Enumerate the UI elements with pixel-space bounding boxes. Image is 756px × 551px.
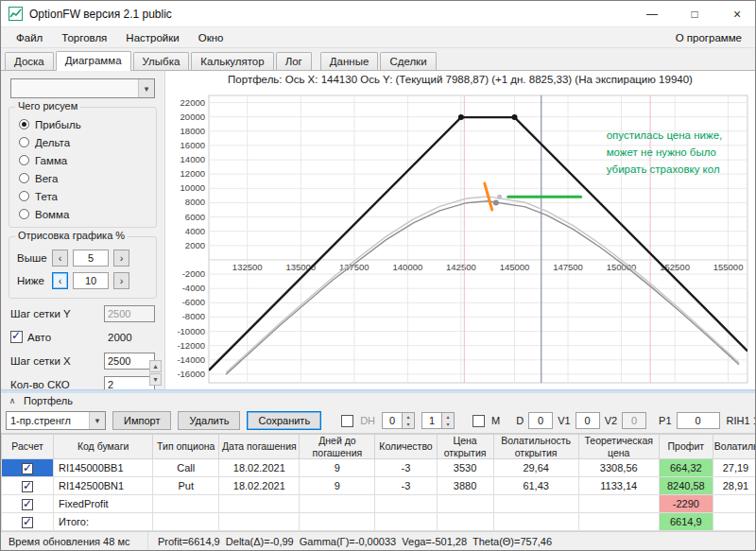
delete-button[interactable]: Удалить	[178, 411, 240, 430]
column-header[interactable]: Количество	[375, 435, 437, 459]
field-input[interactable]: 0	[528, 412, 553, 429]
table-row[interactable]: Итого:6614,9	[2, 513, 756, 531]
window-title: OptionFW версия 2.1 public	[29, 8, 172, 21]
table-cell: RI145000BB1	[54, 459, 153, 477]
radio-icon	[19, 155, 29, 165]
menu-item[interactable]: Настройки	[116, 29, 188, 46]
chart-svg[interactable]: 2200020000180001600014000120001000080006…	[165, 88, 755, 388]
row-checkbox[interactable]	[22, 499, 33, 510]
menu-item[interactable]: Файл	[7, 29, 52, 46]
menu-item[interactable]: Окно	[189, 29, 233, 46]
spinner-down-icon[interactable]: ▾	[403, 421, 414, 428]
menu-item[interactable]: Торговля	[52, 29, 116, 46]
dh-spinner-1[interactable]: 0 ▴▾	[382, 412, 415, 429]
sko-count-input[interactable]: 2	[104, 376, 155, 390]
main-area: ▾ Чего рисуем ПрибыльДельтаГаммаВегаТета…	[1, 71, 755, 389]
svg-text:-2000: -2000	[182, 268, 205, 279]
draw-group-title: Чего рисуем	[15, 100, 80, 112]
draw-type-dropdown[interactable]: ▾	[10, 78, 155, 98]
dh-spinner-1-arrows[interactable]: ▴▾	[403, 412, 415, 429]
import-button[interactable]: Импорт	[112, 411, 171, 430]
grid-step-y-label: Шаг сетки Y	[10, 308, 99, 319]
spinner-up-icon[interactable]: ▴	[403, 413, 414, 421]
chevron-down-icon: ▾	[89, 412, 105, 429]
column-header[interactable]: Профит	[659, 435, 713, 459]
portfolio-toolbar: 1-пр.стренгл ▾ Импорт Удалить Сохранить …	[1, 408, 755, 433]
maximize-button[interactable]: □	[677, 1, 713, 27]
tab[interactable]: Лог	[276, 52, 312, 70]
above-increment-button[interactable]: ›	[113, 250, 129, 267]
field-input[interactable]: 0	[576, 412, 600, 429]
draw-option[interactable]: Вега	[17, 169, 148, 187]
spinner-down-icon[interactable]: ▾	[442, 421, 454, 428]
auto-checkbox[interactable]	[10, 331, 23, 343]
tab[interactable]: Данные	[320, 52, 379, 70]
row-checkbox[interactable]	[22, 463, 33, 474]
draw-option-label: Прибыль	[35, 119, 81, 130]
below-decrement-button[interactable]: ‹	[52, 272, 68, 289]
field-label: V2	[605, 415, 617, 426]
dh-spinner-2-value[interactable]: 1	[421, 412, 442, 429]
dh-checkbox[interactable]	[341, 415, 353, 427]
below-value[interactable]: 10	[73, 272, 109, 289]
below-increment-button[interactable]: ›	[113, 272, 129, 289]
portfolio-table-wrap: РасчетКод бумагиТип опционаДата погашени…	[1, 433, 755, 531]
draw-option[interactable]: Дельта	[17, 133, 148, 151]
svg-text:14000: 14000	[180, 154, 205, 164]
dh-spinner-1-value[interactable]: 0	[382, 412, 403, 429]
above-decrement-button[interactable]: ‹	[52, 250, 68, 267]
strategy-dropdown[interactable]: 1-пр.стренгл ▾	[6, 411, 106, 430]
below-label: Ниже	[17, 275, 47, 286]
spinner-up-icon[interactable]: ▴	[442, 413, 454, 421]
column-header[interactable]: Код бумаги	[54, 435, 153, 459]
draw-option[interactable]: Прибыль	[17, 115, 148, 133]
tab[interactable]: Улыбка	[133, 52, 190, 70]
collapse-panel-icon[interactable]: ∧	[6, 396, 19, 405]
table-cell	[713, 513, 755, 531]
scroll-up-icon[interactable]: ▴	[149, 360, 162, 372]
grid-step-x-input[interactable]: 2500	[104, 353, 155, 370]
minimize-button[interactable]: —	[634, 1, 670, 27]
table-row[interactable]: RI142500BN1Put18.02.20219-3388061,431133…	[2, 477, 756, 495]
svg-text:-14000: -14000	[177, 354, 205, 365]
above-value[interactable]: 5	[73, 250, 109, 267]
menu-about[interactable]: О программе	[668, 29, 749, 46]
draw-option-label: Вомма	[35, 209, 69, 220]
row-checkbox[interactable]	[22, 517, 33, 528]
draw-option[interactable]: Гамма	[17, 151, 148, 169]
field-input[interactable]: 0	[622, 412, 646, 429]
grid-step-y-input[interactable]: 2500	[104, 305, 155, 322]
scroll-down-icon[interactable]: ▾	[149, 373, 162, 386]
table-cell	[493, 495, 578, 513]
draw-option-label: Вега	[35, 173, 58, 184]
column-header[interactable]: Тип опциона	[153, 435, 219, 459]
close-button[interactable]: ×	[719, 1, 755, 27]
tab[interactable]: Сделки	[380, 52, 436, 70]
column-header[interactable]: Расчет	[2, 435, 54, 459]
tab[interactable]: Калькулятор	[191, 52, 273, 70]
m-checkbox[interactable]	[472, 415, 485, 427]
portfolio-table: РасчетКод бумагиТип опционаДата погашени…	[1, 434, 755, 531]
tab[interactable]: Диаграмма	[56, 51, 131, 71]
column-header[interactable]: Дата погашения	[219, 435, 300, 459]
column-header[interactable]: Дней до погашения	[300, 435, 375, 459]
greeks-status: Profit=6614,9 Delta(Δ)=-0,99 Gamma(Γ)=-0…	[158, 536, 552, 547]
table-row[interactable]: FixedProfit-2290	[2, 495, 756, 513]
draw-option[interactable]: Тета	[17, 187, 148, 205]
dh-spinner-2-arrows[interactable]: ▴▾	[442, 412, 455, 429]
save-button[interactable]: Сохранить	[247, 411, 321, 430]
auto-value: 2000	[104, 332, 155, 343]
row-checkbox[interactable]	[22, 481, 33, 492]
table-cell: -2290	[659, 495, 713, 513]
tab[interactable]: Доска	[5, 52, 54, 70]
column-header[interactable]: Волатильность открытия	[493, 435, 578, 459]
svg-text:убирать страховку кол: убирать страховку кол	[607, 164, 720, 175]
draw-option[interactable]: Вомма	[17, 205, 148, 223]
dh-spinner-2[interactable]: 1 ▴▾	[421, 412, 455, 429]
column-header[interactable]: Цена открытия	[437, 435, 493, 459]
field-input[interactable]: 0	[677, 412, 720, 429]
column-header[interactable]: Теоретическая цена	[578, 435, 659, 459]
field-label: P1	[659, 415, 671, 426]
table-row[interactable]: RI145000BB1Call18.02.20219-3353029,64330…	[2, 459, 756, 477]
column-header[interactable]: Волатильность	[713, 435, 755, 459]
